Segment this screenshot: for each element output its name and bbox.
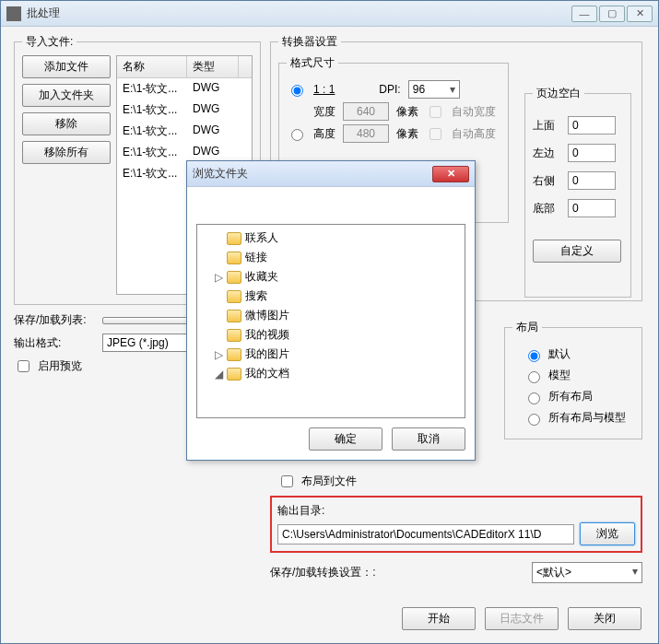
folder-icon [227,368,241,381]
output-dir-input[interactable] [277,524,574,544]
custom-button[interactable]: 自定义 [533,240,621,263]
tree-item: 微博图片 [203,306,459,325]
save-load-conv-select[interactable]: <默认> [532,562,642,583]
width-label: 宽度 [313,104,335,120]
custom-size-radio2[interactable] [291,129,303,141]
tree-item: ▷我的图片 [203,345,459,364]
add-file-button[interactable]: 添加文件 [22,55,111,78]
bottom-input[interactable] [568,199,616,217]
height-label: 高度 [313,126,335,142]
tree-item: 搜索 [203,287,459,306]
tree-item: ◢我的文档 [203,364,459,383]
dpi-select[interactable]: 96 [408,80,460,99]
browse-folder-dialog: 浏览文件夹 ✕ 联系人 链接 ▷收藏夹 搜索 微博图片 我的视频 ▷我的图片 ◢… [186,160,476,461]
log-file-button[interactable]: 日志文件 [485,607,559,630]
tree-item: 我的视频 [203,325,459,345]
auto-height-label: 自动高度 [452,126,496,142]
col-type-header[interactable]: 类型 [187,56,239,77]
right-input[interactable] [568,171,616,190]
layout-to-file-checkbox[interactable] [281,475,293,487]
converter-legend: 转换器设置 [278,34,341,50]
col-name-header[interactable]: 名称 [117,56,187,77]
maximize-button[interactable]: ▢ [599,6,625,22]
page-blank-legend: 页边空白 [533,86,584,101]
auto-width-checkbox [430,106,441,118]
folder-icon [227,232,241,245]
dpi-label: DPI: [379,83,400,96]
px-label: 像素 [396,104,418,120]
output-format-label: 输出格式: [14,335,97,351]
remove-button[interactable]: 移除 [22,112,111,135]
layout-all-model-radio[interactable] [528,414,540,426]
layout-group: 布局 默认 模型 所有布局 所有布局与模型 [504,320,642,439]
right-label: 右侧 [533,173,559,189]
layout-to-file-label: 布局到文件 [301,474,357,489]
folder-icon [227,271,241,284]
output-dir-label: 输出目录: [277,503,635,519]
left-input[interactable] [568,144,616,162]
width-input [343,102,389,121]
top-input[interactable] [568,116,616,135]
browse-button[interactable]: 浏览 [580,522,635,545]
close-button-bottom[interactable]: 关闭 [568,607,641,630]
dialog-title: 浏览文件夹 [193,166,432,181]
window-title: 批处理 [27,6,571,21]
table-row: E:\1-软文...DWG [117,121,252,142]
auto-height-checkbox [430,128,441,140]
close-button[interactable]: ✕ [627,6,653,22]
enable-preview-label: 启用预览 [38,358,82,374]
format-size-legend: 格式尺寸 [287,55,338,71]
output-dir-group: 输出目录: 浏览 [270,496,642,553]
top-label: 上面 [533,118,559,134]
remove-all-button[interactable]: 移除所有 [22,141,111,164]
height-input [343,124,389,143]
table-row: E:\1-软文...DWG [117,100,252,121]
folder-icon [227,329,241,342]
start-button[interactable]: 开始 [402,607,476,630]
auto-width-label: 自动宽度 [452,104,496,120]
add-folder-button[interactable]: 加入文件夹 [22,84,111,107]
table-row: E:\1-软文...DWG [117,78,252,100]
tree-item: 链接 [203,248,459,267]
layout-legend: 布局 [512,320,542,335]
enable-preview-checkbox[interactable] [18,360,29,372]
save-load-list-label: 保存/加载列表: [14,312,97,328]
px-label: 像素 [396,126,418,142]
bottom-label: 底部 [533,201,559,217]
folder-icon [227,290,241,303]
dialog-titlebar[interactable]: 浏览文件夹 ✕ [187,161,475,187]
ratio-1-1-label: 1 : 1 [313,83,335,96]
layout-model-radio[interactable] [528,371,540,383]
titlebar[interactable]: 批处理 — ▢ ✕ [1,1,658,27]
dialog-ok-button[interactable]: 确定 [309,427,382,451]
dialog-cancel-button[interactable]: 取消 [392,427,465,451]
minimize-button[interactable]: — [571,6,597,22]
folder-tree[interactable]: 联系人 链接 ▷收藏夹 搜索 微博图片 我的视频 ▷我的图片 ◢我的文档 [196,224,465,418]
folder-icon [227,252,241,264]
page-blank-group: 页边空白 上面 左边 右侧 底部 自定义 [524,86,631,298]
tree-item: ▷收藏夹 [203,267,459,287]
layout-all-radio[interactable] [528,392,540,404]
ratio-1-1-radio[interactable] [291,85,303,97]
tree-item: 联系人 [203,228,459,248]
save-load-conv-label: 保存/加载转换设置：: [270,565,399,580]
dialog-close-button[interactable]: ✕ [432,166,469,182]
left-label: 左边 [533,146,559,161]
folder-icon [227,310,241,322]
folder-icon [227,348,241,361]
layout-default-radio[interactable] [528,350,540,362]
app-icon [6,6,21,21]
import-files-legend: 导入文件: [22,34,76,50]
